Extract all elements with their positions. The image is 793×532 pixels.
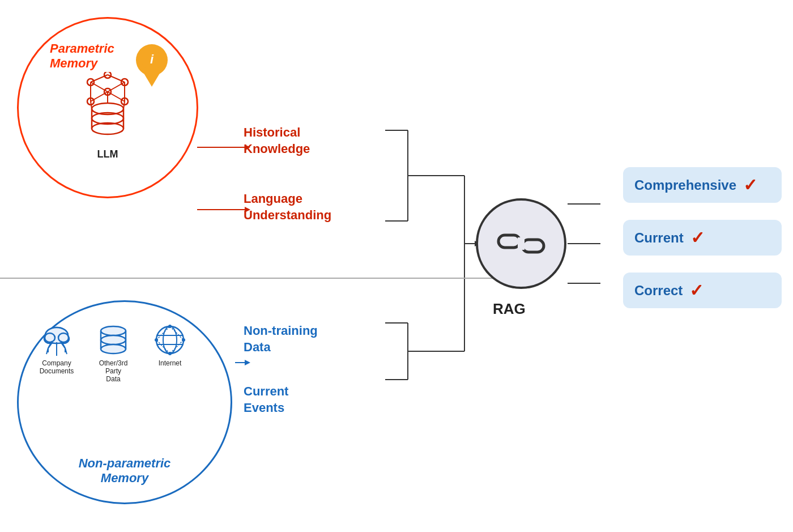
parametric-memory-circle: Parametric Memory i [17, 17, 198, 198]
svg-line-41 [108, 82, 125, 92]
thirdparty-label: Other/3rd PartyData [91, 359, 136, 383]
svg-point-61 [58, 333, 69, 342]
comprehensive-badge: Comprehensive ✓ [623, 167, 782, 203]
current-badge: Current ✓ [623, 220, 782, 256]
svg-point-69 [101, 335, 126, 344]
svg-line-40 [91, 82, 108, 92]
current-events-label: CurrentEvents [244, 384, 318, 416]
comprehensive-checkmark: ✓ [743, 175, 757, 195]
thirdparty-data-item: Other/3rd PartyData [91, 323, 136, 383]
svg-point-75 [156, 326, 184, 354]
svg-rect-87 [498, 235, 520, 248]
company-documents-item: CompanyDocuments [34, 323, 79, 375]
historical-knowledge-label: HistoricalKnowledge [244, 125, 331, 157]
internet-label: Internet [159, 359, 182, 367]
current-checkmark: ✓ [690, 228, 705, 248]
cloud-icon [40, 323, 74, 357]
svg-line-48 [123, 101, 125, 109]
llm-label: LLM [97, 148, 118, 160]
parametric-memory-label: Parametric Memory [50, 41, 114, 71]
database-icon [96, 323, 130, 357]
svg-text:i: i [150, 52, 154, 66]
svg-line-38 [91, 92, 108, 101]
outcomes-area: Comprehensive ✓ Current ✓ Correct ✓ [623, 167, 782, 308]
rag-label: RAG [493, 300, 526, 318]
svg-rect-89 [518, 237, 525, 250]
svg-line-39 [108, 92, 125, 101]
info-pin-icon: i [132, 44, 172, 90]
llm-output-labels: HistoricalKnowledge LanguageUnderstandin… [244, 125, 331, 252]
svg-rect-88 [522, 240, 544, 252]
language-understanding-label: LanguageUnderstanding [244, 191, 331, 223]
svg-point-60 [45, 333, 55, 342]
correct-badge: Correct ✓ [623, 273, 782, 308]
nontraining-data-label: Non-trainingData [244, 323, 318, 355]
correct-checkmark: ✓ [689, 280, 704, 300]
nonparametric-memory-label: Non-parametric Memory [79, 456, 171, 486]
data-sources-area: CompanyDocuments Other/3rd PartyData [34, 323, 193, 383]
link-chain-icon [493, 218, 549, 269]
svg-line-45 [108, 75, 125, 82]
company-documents-label: CompanyDocuments [40, 359, 74, 375]
svg-point-76 [163, 326, 177, 354]
current-label: Current [634, 230, 684, 246]
svg-line-47 [91, 101, 92, 109]
correct-label: Correct [634, 283, 683, 299]
divider-line [0, 278, 493, 279]
svg-line-44 [91, 75, 108, 82]
svg-point-72 [101, 344, 126, 354]
comprehensive-label: Comprehensive [634, 177, 736, 193]
internet-item: Internet [147, 323, 193, 367]
rag-circle [476, 198, 566, 289]
svg-point-68 [101, 326, 126, 335]
globe-icon [153, 323, 187, 357]
nonparametric-output-labels: Non-trainingData CurrentEvents [244, 323, 318, 444]
